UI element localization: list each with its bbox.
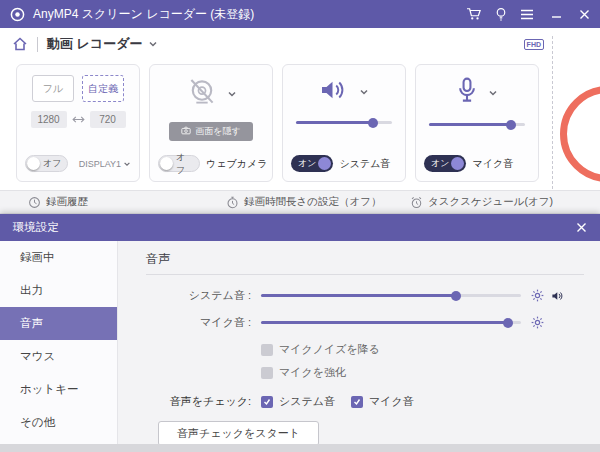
sidebar-item-others[interactable]: その他 [0,406,117,439]
mic-noise-checkbox[interactable] [261,344,273,356]
webcam-toggle[interactable]: オフ [158,155,200,172]
mic-enhance-checkbox[interactable] [261,367,273,379]
system-sound-label: システム音 [339,157,390,171]
slider-knob[interactable] [368,118,378,128]
close-icon[interactable] [576,222,587,233]
chevron-down-icon [488,88,498,98]
sidebar-item-output[interactable]: 出力 [0,274,117,307]
slider-fill [296,121,373,124]
sidebar-item-recording[interactable]: 録画中 [0,241,117,274]
mic-volume-slider[interactable] [429,123,525,126]
recorder-mode-selector[interactable]: 動画 レコーダー [47,35,158,53]
area-tiles: フル 自定義 [17,75,139,102]
bulb-icon[interactable] [495,7,507,22]
cards-divider [552,36,553,214]
titlebar: AnyMP4 スクリーン レコーダー (未登録) [0,0,600,28]
sound-check-start-button[interactable]: 音声チェックをスタート [158,421,319,444]
gear-icon[interactable] [531,316,544,329]
system-sound-toggle[interactable]: オン [291,155,333,172]
history-icon [28,196,41,209]
check-mic-label: マイク音 [369,394,414,409]
sidebar-item-hotkey[interactable]: ホットキー [0,373,117,406]
close-button[interactable] [579,9,590,20]
system-sound-footer: オン システム音 [291,155,397,172]
mic-noise-label: マイクノイズを降る [279,342,380,357]
mic-enhance-row: マイクを強化 [261,365,584,380]
timer-icon [226,196,239,209]
height-input[interactable]: 720 [90,111,126,128]
shortcut-label: 録画時間長さの設定（オフ） [244,195,381,209]
record-button-partial[interactable] [560,86,600,182]
display-card-footer: オフ DISPLAY1 [25,155,131,172]
camera-icon [181,126,191,137]
toolbar: 動画 レコーダー FHD [0,28,600,60]
sidebar-item-label: ホットキー [20,382,79,397]
hide-screen-label: 画面を隠す [195,125,240,138]
slider-knob[interactable] [503,318,513,328]
microphone-footer: オン マイク音 [424,155,530,172]
record-length-setting-button[interactable]: 録画時間長さの設定（オフ） [226,191,381,213]
settings-sidebar: 録画中 出力 音声 マウス ホットキー その他 [0,241,118,444]
display-select[interactable]: DISPLAY1 [79,159,131,169]
link-icon [72,115,85,124]
webcam-label: ウェブカメラ [206,157,267,171]
check-mic-checkbox[interactable] [351,396,363,408]
gear-icon[interactable] [531,289,544,302]
system-volume-label: システム音 : [146,288,251,303]
menu-icon[interactable] [520,9,534,20]
pointer-icon[interactable] [500,36,511,52]
custom-area-option[interactable]: 自定義 [82,75,124,102]
check-system-checkbox[interactable] [261,396,273,408]
display-toggle[interactable]: オフ [25,155,68,172]
export-icon[interactable] [442,37,457,52]
mic-noise-row: マイクノイズを降る [261,342,584,357]
settings-content: 音声 システム音 : マイク音 : [118,241,600,444]
mic-volume-label: マイク音 : [146,315,251,330]
speaker-icon[interactable] [470,37,487,51]
hide-screen-button[interactable]: 画面を隠す [169,122,253,141]
speaker-test-icon[interactable] [551,290,565,302]
sidebar-item-label: 音声 [20,316,43,331]
section-divider [146,274,584,275]
recording-history-button[interactable]: 録画履歴 [28,191,88,213]
sidebar-item-mouse[interactable]: マウス [0,340,117,373]
window-bottom-edge [0,444,600,452]
microphone-card: オン マイク音 [415,64,539,182]
webcam-card-footer: オフ ウェブカメラ [158,155,264,172]
system-sound-selector[interactable] [283,77,405,107]
full-screen-option[interactable]: フル [32,75,74,102]
dimension-inputs: 1280 720 [17,111,139,128]
fhd-badge[interactable]: FHD [524,39,544,50]
home-icon[interactable] [12,36,28,52]
sound-check-row: 音声をチェック: システム音 マイク音 [146,394,584,409]
app-logo-icon [10,7,25,22]
chevron-down-icon [359,87,369,97]
mode-label: 動画 レコーダー [47,35,143,53]
sidebar-item-sound[interactable]: 音声 [0,307,117,340]
settings-system-volume-slider[interactable] [261,294,521,297]
system-volume-slider[interactable] [296,121,392,124]
slider-fill [429,123,511,126]
slider-knob[interactable] [451,291,461,301]
minimize-button[interactable] [551,9,562,20]
display-select-label: DISPLAY1 [79,159,121,169]
shortcut-bar: 録画履歴 録画時間長さの設定（オフ） タスクスケジュール(オフ) [0,190,600,214]
webcam-card: 画面を隠す オフ ウェブカメラ [149,64,273,182]
chevron-down-icon [123,160,131,168]
toolbar-divider [37,37,38,52]
titlebar-actions [466,7,590,22]
app-window: AnyMP4 スクリーン レコーダー (未登録) 動画 レコーダ [0,0,600,452]
microphone-toggle[interactable]: オン [424,155,466,172]
cart-icon[interactable] [466,7,482,21]
speaker-icon [319,77,349,107]
slider-fill [261,321,508,324]
gear-icon[interactable] [414,37,429,52]
toggle-label: オン [431,157,449,170]
settings-mic-volume-slider[interactable] [261,321,521,324]
task-schedule-button[interactable]: タスクスケジュール(オフ) [410,191,553,213]
width-input[interactable]: 1280 [31,111,67,128]
slider-knob[interactable] [506,120,516,130]
system-volume-row: システム音 : [146,288,584,303]
webcam-selector[interactable] [150,75,272,113]
microphone-selector[interactable] [416,77,538,109]
